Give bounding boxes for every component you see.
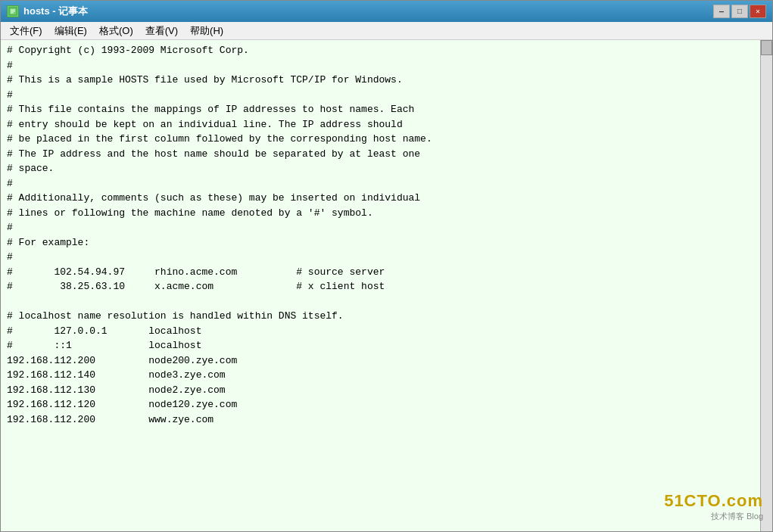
window-title: hosts - 记事本 [23, 5, 88, 18]
app-icon [7, 5, 19, 17]
window-controls: — □ ✕ [713, 5, 766, 18]
watermark: 51CTO.com 技术博客 Blog [664, 491, 763, 522]
menu-edit[interactable]: 编辑(E) [48, 22, 93, 39]
title-bar-left: hosts - 记事本 [7, 5, 88, 18]
watermark-bottom: 技术博客 Blog [664, 511, 763, 522]
scrollbar-thumb[interactable] [761, 40, 772, 55]
menu-file[interactable]: 文件(F) [4, 22, 48, 39]
notepad-window: hosts - 记事本 — □ ✕ 文件(F) 编辑(E) 格式(O) 查看(V… [0, 0, 773, 532]
text-editor[interactable]: # Copyright (c) 1993-2009 Microsoft Corp… [1, 40, 760, 531]
menu-format[interactable]: 格式(O) [93, 22, 139, 39]
menu-view[interactable]: 查看(V) [139, 22, 184, 39]
scrollbar-vertical[interactable] [760, 40, 772, 531]
menu-bar: 文件(F) 编辑(E) 格式(O) 查看(V) 帮助(H) [1, 22, 772, 40]
close-button[interactable]: ✕ [750, 5, 766, 18]
maximize-button[interactable]: □ [731, 5, 748, 18]
minimize-button[interactable]: — [713, 5, 730, 18]
title-bar: hosts - 记事本 — □ ✕ [1, 1, 772, 22]
menu-help[interactable]: 帮助(H) [184, 22, 229, 39]
watermark-top: 51CTO.com [664, 491, 763, 511]
content-area: # Copyright (c) 1993-2009 Microsoft Corp… [1, 40, 772, 531]
